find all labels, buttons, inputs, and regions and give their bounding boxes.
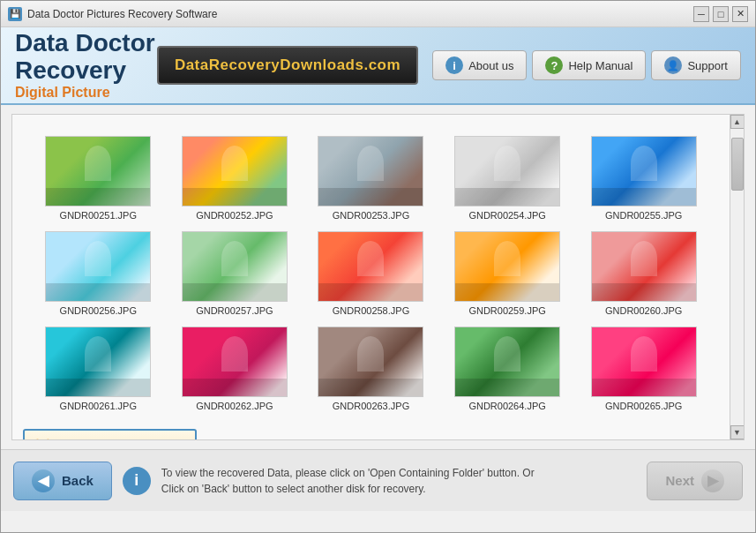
bottom-bar: ◀ Back i To view the recovered Data, ple…	[1, 449, 755, 511]
folder-icon: 📂	[32, 435, 54, 440]
back-button[interactable]: ◀ Back	[13, 462, 112, 500]
photo-filename: GNDR00256.JPG	[60, 305, 137, 316]
titlebar-buttons: ─ □ ✕	[693, 6, 748, 22]
about-us-button[interactable]: i About us	[432, 50, 527, 80]
app-icon: 💾	[8, 7, 22, 21]
bottom-info-text: To view the recovered Data, please click…	[161, 465, 637, 497]
photo-filename: GNDR00257.JPG	[196, 305, 273, 316]
photo-thumbnail	[454, 327, 560, 397]
photo-thumbnail	[45, 231, 151, 302]
back-arrow-icon: ◀	[32, 469, 55, 492]
photo-item[interactable]: GNDR00254.JPG	[439, 129, 576, 224]
photo-filename: GNDR00253.JPG	[333, 210, 409, 221]
photo-thumbnail	[182, 327, 288, 397]
header-nav: i About us ? Help Manual 👤 Support	[432, 50, 741, 80]
photo-filename: GNDR00261.JPG	[60, 401, 137, 411]
photo-thumbnail	[45, 136, 151, 206]
support-button[interactable]: 👤 Support	[651, 50, 741, 80]
titlebar: 💾 Data Doctor Pictures Recovery Software…	[1, 1, 755, 27]
photo-filename: GNDR00259.JPG	[468, 305, 545, 316]
photo-filename: GNDR00252.JPG	[196, 210, 273, 221]
photo-filename: GNDR00262.JPG	[196, 401, 273, 411]
photo-thumbnail	[45, 327, 151, 397]
photo-thumbnail	[318, 136, 423, 206]
maximize-button[interactable]: □	[713, 6, 729, 22]
photo-thumbnail	[182, 231, 288, 302]
photo-item[interactable]: GNDR00260.JPG	[575, 224, 712, 319]
photo-filename: GNDR00255.JPG	[605, 210, 682, 221]
support-icon: 👤	[664, 56, 682, 74]
photo-item[interactable]: GNDR00258.JPG	[303, 224, 439, 319]
titlebar-title: Data Doctor Pictures Recovery Software	[27, 8, 693, 20]
photo-item[interactable]: GNDR00255.JPG	[575, 129, 712, 224]
close-button[interactable]: ✕	[732, 6, 748, 22]
app-subtitle: Digital Picture	[15, 85, 157, 101]
photo-item[interactable]: GNDR00264.JPG	[439, 319, 576, 415]
photo-item[interactable]: GNDR00259.JPG	[439, 224, 576, 319]
photo-item[interactable]: GNDR00263.JPG	[303, 319, 439, 415]
scroll-track	[730, 129, 744, 425]
photo-filename: GNDR00265.JPG	[605, 401, 682, 411]
scroll-up-button[interactable]: ▲	[730, 115, 745, 129]
photo-item[interactable]: GNDR00253.JPG	[303, 129, 439, 224]
photo-item[interactable]: GNDR00257.JPG	[167, 224, 303, 319]
logo-area: Data Doctor Recovery Digital Picture	[15, 30, 157, 101]
scroll-thumb[interactable]	[731, 138, 744, 191]
photo-thumbnail	[591, 231, 697, 302]
app-title: Data Doctor Recovery	[15, 30, 157, 85]
next-button[interactable]: Next ▶	[647, 462, 743, 500]
bottom-info-icon: i	[123, 467, 151, 495]
header: Data Doctor Recovery Digital Picture Dat…	[1, 27, 755, 105]
photo-gallery-panel: GNDR00251.JPGGNDR00252.JPGGNDR00253.JPGG…	[11, 114, 745, 440]
photo-filename: GNDR00251.JPG	[60, 210, 137, 221]
photo-filename: GNDR00264.JPG	[468, 401, 545, 411]
photo-item[interactable]: GNDR00251.JPG	[30, 129, 167, 224]
scrollbar[interactable]: ▲ ▼	[730, 115, 744, 439]
photo-filename: GNDR00254.JPG	[468, 210, 545, 221]
photo-item[interactable]: GNDR00265.JPG	[575, 319, 712, 415]
brand-banner[interactable]: DataRecoveryDownloads.com	[157, 46, 418, 85]
info-icon: i	[445, 56, 463, 74]
folder-btn-container: 📂 Open Containing Folder	[12, 424, 744, 440]
photo-item[interactable]: GNDR00261.JPG	[30, 319, 167, 415]
photo-item[interactable]: GNDR00262.JPG	[167, 319, 303, 415]
next-arrow-icon: ▶	[701, 469, 724, 492]
photo-thumbnail	[591, 327, 697, 397]
open-folder-button[interactable]: 📂 Open Containing Folder	[23, 429, 197, 440]
photo-thumbnail	[318, 231, 423, 302]
photo-item[interactable]: GNDR00252.JPG	[167, 129, 303, 224]
photo-thumbnail	[454, 136, 560, 206]
photo-filename: GNDR00260.JPG	[605, 305, 682, 316]
help-icon: ?	[545, 56, 563, 74]
photo-thumbnail	[318, 327, 423, 397]
photo-thumbnail	[591, 136, 697, 206]
scroll-down-button[interactable]: ▼	[730, 425, 745, 439]
help-manual-button[interactable]: ? Help Manual	[532, 50, 646, 80]
photo-filename: GNDR00263.JPG	[333, 401, 409, 411]
photo-thumbnail	[182, 136, 288, 206]
photo-thumbnail	[454, 231, 560, 302]
photo-grid: GNDR00251.JPGGNDR00252.JPGGNDR00253.JPGG…	[12, 115, 744, 424]
minimize-button[interactable]: ─	[693, 6, 709, 22]
photo-item[interactable]: GNDR00256.JPG	[30, 224, 167, 319]
photo-filename: GNDR00258.JPG	[333, 305, 409, 316]
